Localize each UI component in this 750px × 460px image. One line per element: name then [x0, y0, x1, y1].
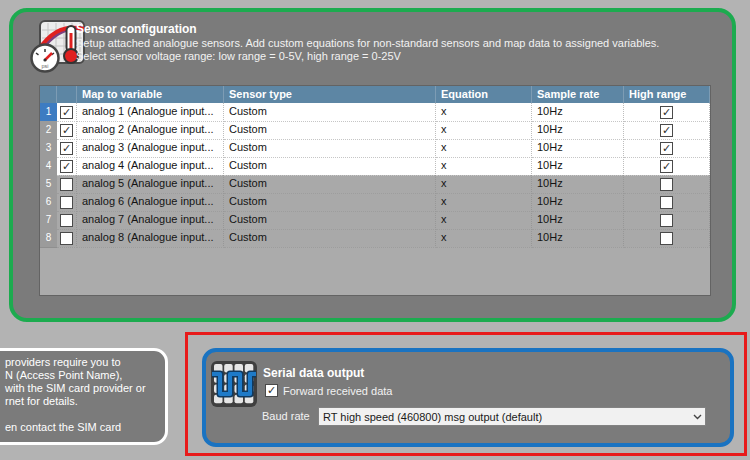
header-row-number [40, 86, 57, 103]
high-range-cell: ✓ [624, 121, 710, 140]
checkbox[interactable]: ✓ [660, 124, 673, 137]
table-row[interactable]: 5analog 5 (Analogue input...Customx10Hz [40, 175, 710, 193]
sensor-type-cell[interactable]: Custom [224, 193, 436, 212]
equation-cell[interactable]: x [436, 121, 532, 140]
map-checkbox-cell: ✓ [57, 103, 77, 122]
equation-cell[interactable]: x [436, 157, 532, 176]
checkbox[interactable] [60, 214, 73, 227]
sample-rate-cell[interactable]: 10Hz [532, 211, 624, 230]
sim-note-panel: providers require you toN (Access Point … [0, 348, 168, 445]
sample-rate-cell[interactable]: 10Hz [532, 157, 624, 176]
map-checkbox-cell [57, 175, 77, 194]
high-range-cell: ✓ [624, 139, 710, 158]
forward-received-data-row: ✓ Forward received data [265, 384, 392, 397]
row-number[interactable]: 2 [40, 121, 57, 140]
sample-rate-cell[interactable]: 10Hz [532, 229, 624, 248]
map-checkbox-cell [57, 229, 77, 248]
sensor-type-cell[interactable]: Custom [224, 175, 436, 194]
checkbox[interactable]: ✓ [60, 124, 73, 137]
checkbox[interactable] [660, 232, 673, 245]
variable-cell[interactable]: analog 5 (Analogue input... [77, 175, 224, 194]
header-high-range: High range [624, 86, 710, 103]
sensor-type-cell[interactable]: Custom [224, 103, 436, 122]
checkbox[interactable]: ✓ [60, 106, 73, 119]
sample-rate-cell[interactable]: 10Hz [532, 193, 624, 212]
checkbox[interactable] [660, 214, 673, 227]
sample-rate-cell[interactable]: 10Hz [532, 121, 624, 140]
sensor-table-header: Map to variable Sensor type Equation Sam… [40, 86, 710, 103]
forward-received-data-label: Forward received data [283, 385, 392, 397]
sim-note-line: N (Access Point Name), [5, 369, 146, 382]
checkbox[interactable]: ✓ [660, 160, 673, 173]
high-range-cell [624, 229, 710, 248]
variable-cell[interactable]: analog 1 (Analogue input... [77, 103, 224, 122]
map-checkbox-cell [57, 193, 77, 212]
sample-rate-cell[interactable]: 10Hz [532, 139, 624, 158]
table-row[interactable]: 3✓analog 3 (Analogue input...Customx10Hz… [40, 139, 710, 157]
variable-cell[interactable]: analog 6 (Analogue input... [77, 193, 224, 212]
header-map-to-variable: Map to variable [77, 86, 224, 103]
forward-received-data-checkbox[interactable]: ✓ [265, 384, 278, 397]
map-checkbox-cell: ✓ [57, 139, 77, 158]
page: psi Sensor configuration Setup attached … [0, 0, 750, 460]
map-checkbox-cell: ✓ [57, 121, 77, 140]
table-row[interactable]: 7analog 7 (Analogue input...Customx10Hz [40, 211, 710, 229]
baud-rate-select[interactable]: RT high speed (460800) msg output (defau… [318, 407, 706, 426]
sample-rate-cell[interactable]: 10Hz [532, 103, 624, 122]
sensor-type-cell[interactable]: Custom [224, 211, 436, 230]
row-number[interactable]: 6 [40, 193, 57, 212]
row-number[interactable]: 4 [40, 157, 57, 176]
svg-text:psi: psi [41, 63, 48, 69]
checkbox[interactable]: ✓ [60, 142, 73, 155]
variable-cell[interactable]: analog 8 (Analogue input... [77, 229, 224, 248]
checkbox[interactable]: ✓ [660, 106, 673, 119]
serial-panel-title: Serial data output [263, 366, 364, 380]
sensor-panel-description-line1: Setup attached analogue sensors. Add cus… [76, 37, 659, 49]
row-number[interactable]: 3 [40, 139, 57, 158]
sensor-type-cell[interactable]: Custom [224, 139, 436, 158]
row-number[interactable]: 8 [40, 229, 57, 248]
table-row[interactable]: 8analog 8 (Analogue input...Customx10Hz [40, 229, 710, 247]
sim-note-line: rnet for details. [5, 395, 146, 408]
sensor-table: Map to variable Sensor type Equation Sam… [39, 85, 711, 296]
sensor-panel-title: Sensor configuration [76, 22, 197, 36]
variable-cell[interactable]: analog 4 (Analogue input... [77, 157, 224, 176]
table-row[interactable]: 4✓analog 4 (Analogue input...Customx10Hz… [40, 157, 710, 175]
high-range-cell [624, 193, 710, 212]
variable-cell[interactable]: analog 2 (Analogue input... [77, 121, 224, 140]
variable-cell[interactable]: analog 3 (Analogue input... [77, 139, 224, 158]
sensor-type-cell[interactable]: Custom [224, 121, 436, 140]
map-checkbox-cell [57, 211, 77, 230]
row-number[interactable]: 1 [40, 103, 57, 122]
sensor-panel-description-line2: Select sensor voltage range: low range =… [76, 50, 401, 62]
sim-note-line: with the SIM card provider or [5, 382, 146, 395]
equation-cell[interactable]: x [436, 211, 532, 230]
sample-rate-cell[interactable]: 10Hz [532, 175, 624, 194]
variable-cell[interactable]: analog 7 (Analogue input... [77, 211, 224, 230]
high-range-cell [624, 175, 710, 194]
table-row[interactable]: 2✓analog 2 (Analogue input...Customx10Hz… [40, 121, 710, 139]
equation-cell[interactable]: x [436, 229, 532, 248]
sensor-type-cell[interactable]: Custom [224, 157, 436, 176]
equation-cell[interactable]: x [436, 103, 532, 122]
checkbox[interactable]: ✓ [660, 142, 673, 155]
checkbox[interactable] [60, 178, 73, 191]
equation-cell[interactable]: x [436, 193, 532, 212]
sensor-table-body: 1✓analog 1 (Analogue input...Customx10Hz… [40, 103, 710, 247]
checkbox[interactable] [660, 196, 673, 209]
checkbox[interactable] [660, 178, 673, 191]
table-row[interactable]: 6analog 6 (Analogue input...Customx10Hz [40, 193, 710, 211]
checkbox[interactable] [60, 196, 73, 209]
sensor-configuration-panel: psi Sensor configuration Setup attached … [9, 8, 736, 322]
header-equation: Equation [436, 86, 532, 103]
checkbox[interactable]: ✓ [60, 160, 73, 173]
checkbox[interactable] [60, 232, 73, 245]
row-number[interactable]: 7 [40, 211, 57, 230]
row-number[interactable]: 5 [40, 175, 57, 194]
header-sample-rate: Sample rate [532, 86, 624, 103]
equation-cell[interactable]: x [436, 139, 532, 158]
table-row[interactable]: 1✓analog 1 (Analogue input...Customx10Hz… [40, 103, 710, 121]
equation-cell[interactable]: x [436, 175, 532, 194]
sim-note-line: en contact the SIM card [5, 421, 146, 434]
sensor-type-cell[interactable]: Custom [224, 229, 436, 248]
